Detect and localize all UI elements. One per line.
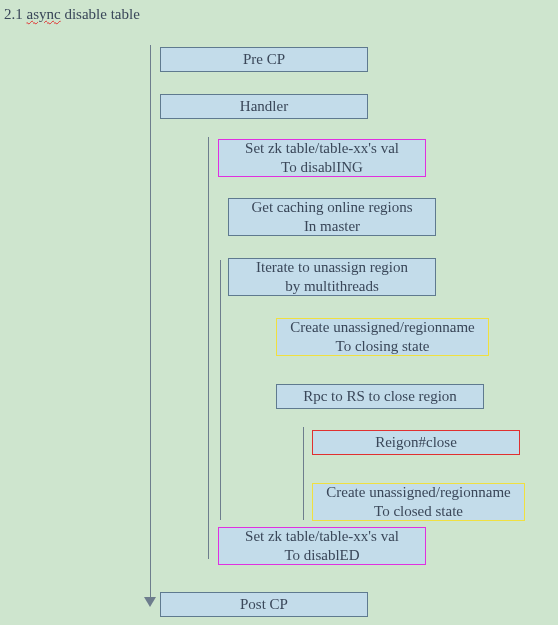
title-async-word: async <box>27 6 61 22</box>
box-line: Set zk table/table-xx's val <box>245 527 399 546</box>
box-label: Post CP <box>240 595 288 614</box>
box-line: To disablED <box>284 546 359 565</box>
box-line: To closed state <box>374 502 463 521</box>
box-line: In master <box>304 217 360 236</box>
guide-line-level2 <box>208 137 209 559</box>
box-post-cp: Post CP <box>160 592 368 617</box>
diagram-title: 2.1 async disable table <box>4 6 140 23</box>
box-line: To disablING <box>281 158 363 177</box>
guide-line-main <box>150 45 151 598</box>
box-region-close: Reigon#close <box>312 430 520 455</box>
box-get-caching: Get caching online regions In master <box>228 198 436 236</box>
arrowhead-icon <box>144 597 156 607</box>
box-line: Iterate to unassign region <box>256 258 408 277</box>
box-line: by multithreads <box>285 277 379 296</box>
box-line: Set zk table/table-xx's val <box>245 139 399 158</box>
box-handler: Handler <box>160 94 368 119</box>
box-label: Reigon#close <box>375 433 457 452</box>
guide-line-level4 <box>303 427 304 520</box>
box-line: Get caching online regions <box>251 198 412 217</box>
box-label: Pre CP <box>243 50 285 69</box>
box-set-disabling: Set zk table/table-xx's val To disablING <box>218 139 426 177</box>
box-iterate-unassign: Iterate to unassign region by multithrea… <box>228 258 436 296</box>
box-label: Handler <box>240 97 288 116</box>
box-line: Create unassigned/regionname <box>290 318 475 337</box>
title-suffix: disable table <box>61 6 140 22</box>
box-create-closing: Create unassigned/regionname To closing … <box>276 318 489 356</box>
box-create-closed: Create unassigned/regionname To closed s… <box>312 483 525 521</box>
box-pre-cp: Pre CP <box>160 47 368 72</box>
guide-line-level3 <box>220 260 221 520</box>
box-line: To closing state <box>336 337 430 356</box>
box-line: Create unassigned/regionname <box>326 483 511 502</box>
box-label: Rpc to RS to close region <box>303 387 457 406</box>
title-prefix: 2.1 <box>4 6 27 22</box>
box-set-disabled: Set zk table/table-xx's val To disablED <box>218 527 426 565</box>
box-rpc-close: Rpc to RS to close region <box>276 384 484 409</box>
